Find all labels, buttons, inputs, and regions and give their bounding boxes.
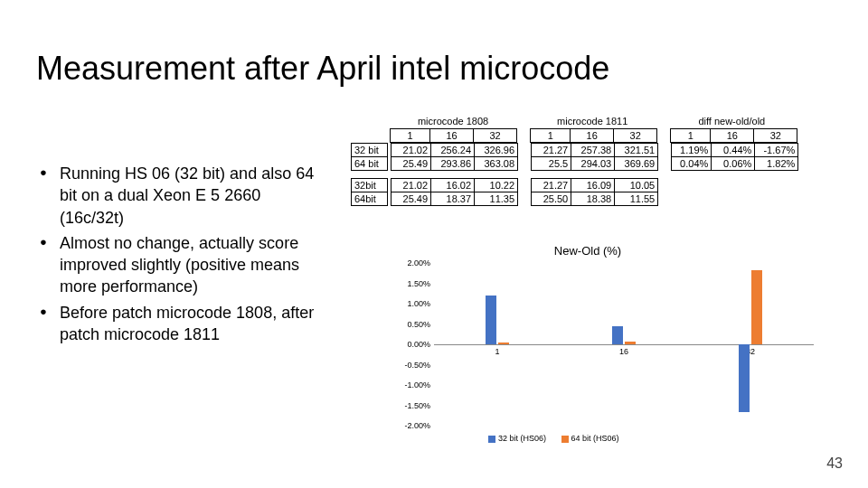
data-tables: microcode 1808 microcode 1811 diff new-o… — [351, 116, 798, 206]
list-item: Running HS 06 (32 bit) and also 64 bit o… — [40, 163, 329, 229]
list-item: Before patch microcode 1808, after patch… — [40, 302, 329, 346]
list-item: Almost no change, actually score improve… — [40, 232, 329, 298]
chart-title: New-Old (%) — [398, 244, 778, 258]
chart: New-Old (%) -2.00%-1.50%-1.00%-0.50%0.00… — [398, 244, 814, 426]
legend-item: 32 bit (HS06) — [488, 434, 546, 443]
legend-item: 64 bit (HS06) — [561, 434, 619, 443]
legend-swatch-icon — [488, 436, 495, 443]
legend-swatch-icon — [561, 436, 569, 443]
page-title: Measurement after April intel microcode — [36, 50, 609, 88]
chart-plot-area: -2.00%-1.50%-1.00%-0.50%0.00%0.50%1.00%1… — [434, 263, 814, 426]
page-number: 43 — [826, 455, 843, 472]
bullet-list: Running HS 06 (32 bit) and also 64 bit o… — [40, 163, 329, 349]
chart-legend: 32 bit (HS06) 64 bit (HS06) — [488, 434, 632, 443]
